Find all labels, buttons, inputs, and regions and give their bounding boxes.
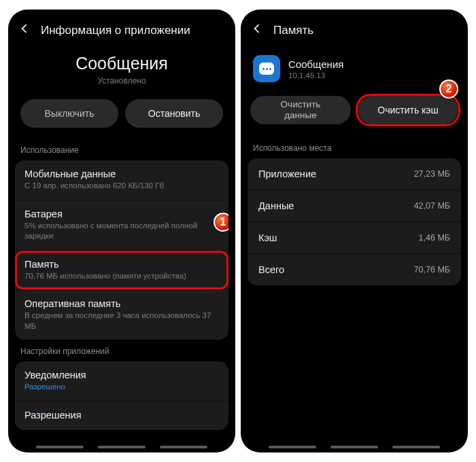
app-settings-list: Уведомления Разрешено Разрешения xyxy=(15,361,228,430)
header: Информация о приложении xyxy=(8,18,235,48)
section-usage: Использование xyxy=(8,139,235,160)
row-data: Данные 42,07 МБ xyxy=(248,190,461,222)
back-icon[interactable] xyxy=(18,22,31,39)
disable-button[interactable]: Выключить xyxy=(20,99,118,128)
clear-cache-button[interactable]: Очистить кэш xyxy=(358,96,458,124)
item-sub: С 19 апр. использовано 620 КБ/130 Гб xyxy=(24,181,219,192)
section-used-space: Использовано места xyxy=(241,137,468,158)
header: Память xyxy=(241,18,468,48)
nav-home[interactable] xyxy=(330,446,378,448)
app-name: Сообщения xyxy=(288,58,343,70)
app-name: Сообщения xyxy=(8,54,235,73)
item-title: Батарея xyxy=(24,209,219,219)
item-title: Оперативная память xyxy=(24,298,219,309)
item-storage[interactable]: Память 70,76 МБ использовано (памяти уст… xyxy=(15,251,228,291)
nav-home[interactable] xyxy=(98,446,146,448)
row-val: 27,23 МБ xyxy=(414,169,450,179)
app-version: 10.1.45.13 xyxy=(288,71,343,79)
chat-bubble-icon xyxy=(259,63,274,75)
item-title: Уведомления xyxy=(24,370,219,380)
row-total: Всего 70,76 МБ xyxy=(248,254,461,285)
highlight-frame xyxy=(15,251,228,290)
row-key: Всего xyxy=(258,264,284,275)
item-permissions[interactable]: Разрешения xyxy=(15,402,228,430)
row-val: 1,46 МБ xyxy=(419,233,450,243)
item-sub: Разрешено xyxy=(24,382,219,393)
row-val: 70,76 МБ xyxy=(414,265,450,274)
screen-storage: Память Сообщения 10.1.45.13 2 Очистить д… xyxy=(241,10,468,452)
item-sub: В среднем за последние 3 часа использова… xyxy=(24,310,219,332)
page-title: Информация о приложении xyxy=(41,24,190,37)
nav-back[interactable] xyxy=(160,446,207,448)
storage-table: Приложение 27,23 МБ Данные 42,07 МБ Кэш … xyxy=(248,158,461,285)
btn-label: Очистить данные xyxy=(281,99,321,120)
clear-data-button[interactable]: Очистить данные xyxy=(250,96,351,124)
item-ram[interactable]: Оперативная память В среднем за последни… xyxy=(15,290,228,340)
install-status: Установлено xyxy=(8,76,235,86)
app-info-text: Сообщения 10.1.45.13 xyxy=(288,58,343,79)
row-cache: Кэш 1,46 МБ xyxy=(248,222,461,254)
item-mobile-data[interactable]: Мобильные данные С 19 апр. использовано … xyxy=(15,160,228,200)
action-buttons: Выключить Остановить xyxy=(8,90,235,139)
item-title: Разрешения xyxy=(24,410,219,421)
row-key: Кэш xyxy=(258,232,277,243)
item-battery[interactable]: Батарея 5% использовано с момента послед… xyxy=(15,200,228,251)
app-title-block: Сообщения Установлено xyxy=(8,48,235,90)
page-title: Память xyxy=(273,24,313,37)
nav-bar xyxy=(241,446,468,448)
item-title: Память xyxy=(24,259,219,270)
row-val: 42,07 МБ xyxy=(414,201,450,211)
item-sub: 70,76 МБ использовано (памяти устройства… xyxy=(24,271,219,282)
nav-back[interactable] xyxy=(392,446,440,448)
row-key: Приложение xyxy=(258,168,316,179)
screen-app-info: Информация о приложении Сообщения Устано… xyxy=(8,10,235,452)
row-key: Данные xyxy=(258,200,294,211)
row-app: Приложение 27,23 МБ xyxy=(248,158,461,190)
nav-bar xyxy=(8,446,235,448)
item-notifications[interactable]: Уведомления Разрешено xyxy=(15,361,228,402)
messages-app-icon xyxy=(253,55,280,82)
nav-recent[interactable] xyxy=(269,446,316,448)
step-badge-2: 2 xyxy=(439,79,458,99)
force-stop-button[interactable]: Остановить xyxy=(125,99,223,128)
item-sub: 5% использовано с момента последней полн… xyxy=(24,221,219,242)
step-badge-1: 1 xyxy=(214,213,228,232)
back-icon[interactable] xyxy=(250,22,264,39)
item-title: Мобильные данные xyxy=(24,168,219,179)
storage-buttons: Очистить данные Очистить кэш xyxy=(241,92,468,137)
section-app-settings: Настройки приложений xyxy=(8,340,235,361)
app-row: Сообщения 10.1.45.13 xyxy=(241,48,468,92)
usage-list: Мобильные данные С 19 апр. использовано … xyxy=(15,160,228,340)
nav-recent[interactable] xyxy=(36,446,84,448)
